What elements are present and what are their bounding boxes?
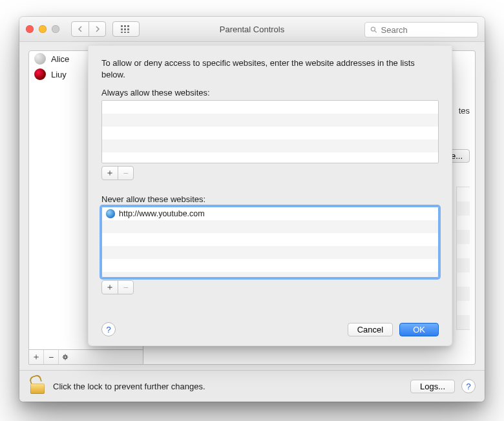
lock-icon[interactable]: [28, 377, 47, 395]
window-footer: Click the lock to prevent further change…: [19, 370, 485, 402]
nav-back-forward: [71, 21, 106, 37]
background-list: [456, 187, 470, 330]
allow-list-controls: ＋ −: [101, 166, 134, 180]
deny-list-item-url: http://www.youtube.com: [119, 209, 205, 218]
close-window-button[interactable]: [26, 25, 34, 33]
show-all-prefs-button[interactable]: [112, 21, 140, 37]
svg-line-18: [63, 358, 64, 359]
svg-line-16: [63, 355, 64, 356]
titlebar: Parental Controls: [19, 17, 485, 42]
svg-rect-8: [127, 32, 129, 33]
search-input[interactable]: [380, 25, 472, 36]
deny-add-button[interactable]: ＋: [102, 281, 118, 294]
sheet-help-button[interactable]: ?: [101, 322, 116, 336]
svg-rect-2: [127, 25, 129, 27]
cancel-button[interactable]: Cancel: [348, 323, 393, 336]
svg-line-17: [67, 358, 67, 359]
deny-list-label: Never allow these websites:: [101, 194, 439, 204]
sidebar-footer: ＋ −: [29, 349, 143, 364]
svg-point-11: [64, 356, 67, 358]
search-icon: [370, 26, 377, 34]
svg-point-9: [371, 27, 375, 31]
chevron-left-icon: [78, 26, 83, 32]
allow-list-label: Always allow these websites:: [101, 88, 439, 98]
remove-user-button[interactable]: −: [44, 350, 59, 364]
allow-remove-button: −: [118, 167, 133, 180]
deny-list[interactable]: http://www.youtube.com: [101, 207, 439, 278]
globe-icon: [106, 209, 115, 218]
zoom-window-button: [52, 25, 59, 33]
nav-back-button[interactable]: [72, 22, 89, 36]
allow-add-button[interactable]: ＋: [102, 167, 118, 180]
partial-label: tes: [459, 106, 470, 116]
avatar-icon: [34, 53, 46, 65]
svg-rect-7: [124, 32, 126, 33]
svg-rect-6: [121, 32, 123, 33]
website-access-sheet: To allow or deny access to specific webs…: [88, 45, 452, 346]
add-user-button[interactable]: ＋: [29, 350, 44, 364]
grid-icon: [121, 25, 131, 33]
chevron-right-icon: [94, 26, 100, 32]
ok-button[interactable]: OK: [399, 323, 439, 336]
deny-list-controls: ＋ −: [101, 280, 134, 294]
deny-remove-button: −: [118, 281, 133, 294]
gear-icon: [62, 353, 70, 361]
preferences-window: Parental Controls Alice: [19, 17, 485, 402]
avatar-icon: [34, 68, 46, 80]
sidebar-user-label: Liuy: [51, 70, 67, 79]
lock-hint-text: Click the lock to prevent further change…: [53, 382, 205, 391]
sidebar-user-label: Alice: [51, 54, 69, 64]
deny-list-item[interactable]: http://www.youtube.com: [102, 207, 438, 220]
allow-list[interactable]: [101, 100, 439, 163]
svg-rect-5: [127, 28, 129, 30]
svg-rect-0: [121, 25, 123, 27]
svg-rect-3: [121, 28, 123, 30]
svg-line-19: [67, 355, 67, 356]
sheet-footer: ? Cancel OK: [101, 322, 439, 336]
sidebar-action-menu[interactable]: [59, 350, 73, 364]
sheet-intro-text: To allow or deny access to specific webs…: [101, 57, 439, 80]
nav-forward-button[interactable]: [89, 22, 105, 36]
logs-button[interactable]: Logs...: [410, 380, 455, 393]
svg-line-10: [375, 31, 377, 33]
svg-rect-1: [124, 25, 126, 27]
search-field[interactable]: [364, 22, 478, 37]
window-controls: [26, 25, 59, 33]
help-button[interactable]: ?: [461, 379, 476, 393]
minimize-window-button[interactable]: [39, 25, 47, 33]
svg-rect-4: [124, 28, 126, 30]
